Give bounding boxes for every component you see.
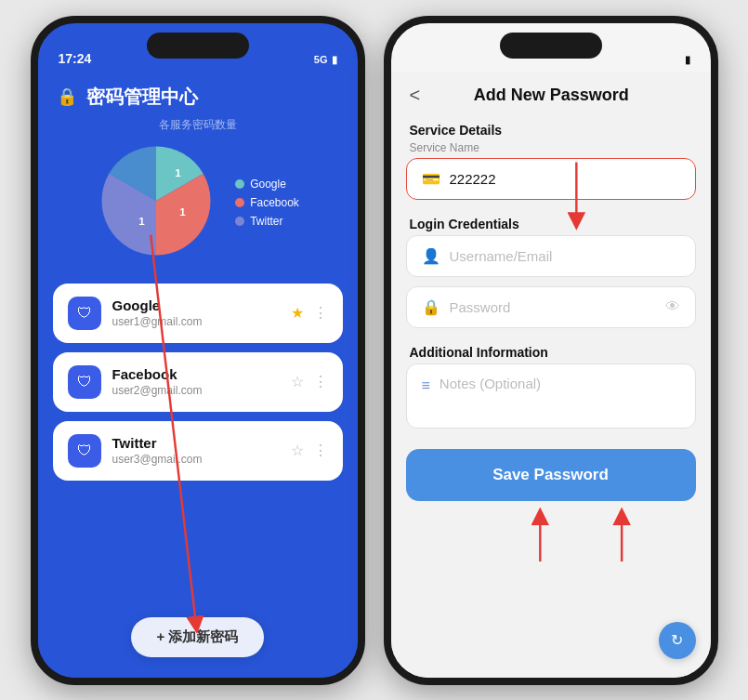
password-placeholder: Password: [450, 299, 656, 315]
more-icon[interactable]: ⋮: [313, 373, 328, 390]
service-icon-google: 🛡: [68, 297, 101, 330]
signal-icon: 5G: [314, 54, 328, 65]
card-email-google: user1@gmail.com: [112, 315, 280, 328]
svg-text:1: 1: [179, 205, 186, 217]
legend-label-twitter: Twitter: [250, 215, 282, 228]
phone-right-content: < Add New Password Service Details Servi…: [391, 72, 711, 678]
notes-placeholder: Notes (Optional): [440, 376, 680, 391]
star-empty-icon[interactable]: ☆: [291, 442, 304, 459]
phone-right: 9:41 ▮ < Add New Password Service Detail…: [384, 16, 718, 685]
form-header: < Add New Password: [391, 72, 711, 115]
card-info-google: Google user1@gmail.com: [112, 297, 280, 328]
card-actions-twitter: ☆ ⋮: [291, 442, 328, 459]
lock-icon: 🔒: [57, 86, 77, 107]
card-email-facebook: user2@gmail.com: [112, 384, 280, 397]
refresh-icon: ↻: [671, 631, 683, 649]
star-filled-icon[interactable]: ★: [291, 304, 304, 322]
legend-google: Google: [235, 178, 299, 191]
svg-text:1: 1: [175, 166, 181, 178]
two-phones-container: 17:24 5G ▮ 🔒 密码管理中心 各服务密码数量: [31, 16, 718, 685]
password-list: 🛡 Google user1@gmail.com ★ ⋮ 🛡 Facebook: [38, 274, 358, 490]
legend-dot-twitter: [235, 217, 244, 226]
form-title: Add New Password: [429, 86, 673, 105]
card-info-facebook: Facebook user2@gmail.com: [112, 366, 280, 397]
battery-icon: ▮: [332, 54, 337, 66]
username-field[interactable]: 👤 Username/Email: [406, 235, 696, 277]
service-icon-twitter: 🛡: [68, 434, 101, 468]
add-button-wrap: + 添加新密码: [131, 617, 265, 657]
list-item[interactable]: 🛡 Google user1@gmail.com ★ ⋮: [53, 284, 343, 343]
notch-left: [147, 33, 249, 59]
status-icons-right: ▮: [685, 54, 690, 66]
card-actions-facebook: ☆ ⋮: [291, 373, 328, 390]
phone-left-content: 🔒 密码管理中心 各服务密码数量: [38, 72, 358, 678]
card-name-twitter: Twitter: [112, 435, 280, 451]
password-field[interactable]: 🔒 Password 👁: [406, 286, 696, 328]
chart-container: 1 1 1 Google Facebook: [57, 140, 339, 265]
more-icon[interactable]: ⋮: [313, 304, 328, 322]
list-item[interactable]: 🛡 Facebook user2@gmail.com ☆ ⋮: [53, 352, 343, 412]
legend-dot-facebook: [235, 198, 244, 207]
service-name-value: 222222: [450, 171, 680, 187]
eye-icon[interactable]: 👁: [665, 298, 680, 315]
status-icons-left: 5G ▮: [314, 54, 337, 66]
card-name-facebook: Facebook: [112, 366, 280, 382]
notch-right: [500, 33, 602, 59]
legend-dot-google: [235, 179, 244, 189]
list-item[interactable]: 🛡 Twitter user3@gmail.com ☆ ⋮: [53, 421, 343, 481]
service-icon-facebook: 🛡: [68, 365, 101, 399]
legend-label-facebook: Facebook: [250, 196, 299, 209]
legend-twitter: Twitter: [235, 215, 299, 228]
star-empty-icon[interactable]: ☆: [291, 373, 304, 390]
save-password-button[interactable]: Save Password: [406, 449, 696, 501]
lock-field-icon: 🔒: [422, 298, 440, 316]
card-info-twitter: Twitter user3@gmail.com: [112, 435, 280, 466]
legend-label-google: Google: [250, 178, 286, 191]
pie-chart: 1 1 1: [96, 140, 217, 265]
notes-field-icon: ≡: [422, 377, 430, 394]
section-label-credentials: Login Credentials: [391, 209, 711, 235]
card-name-google: Google: [112, 297, 280, 313]
card-field-icon: 💳: [422, 170, 440, 188]
sub-label-service-name: Service Name: [391, 141, 711, 158]
notes-field[interactable]: ≡ Notes (Optional): [406, 363, 696, 429]
svg-text:1: 1: [138, 215, 145, 227]
phone-left: 17:24 5G ▮ 🔒 密码管理中心 各服务密码数量: [31, 16, 365, 685]
back-button[interactable]: <: [410, 85, 421, 106]
chart-section: 各服务密码数量: [38, 117, 358, 274]
status-time-left: 17:24: [59, 51, 92, 66]
chart-subtitle: 各服务密码数量: [57, 117, 339, 133]
legend-facebook: Facebook: [235, 196, 299, 209]
app-title: 密码管理中心: [86, 85, 198, 110]
battery-status-icon: ▮: [685, 54, 690, 66]
section-label-additional: Additional Information: [391, 337, 711, 363]
refresh-button[interactable]: ↻: [659, 622, 696, 659]
card-actions-google: ★ ⋮: [291, 304, 328, 322]
add-password-button[interactable]: + 添加新密码: [131, 617, 265, 657]
more-icon[interactable]: ⋮: [313, 442, 328, 459]
user-field-icon: 👤: [422, 247, 440, 265]
card-email-twitter: user3@gmail.com: [112, 453, 280, 466]
username-placeholder: Username/Email: [450, 248, 680, 264]
service-name-field[interactable]: 💳 222222: [406, 158, 696, 200]
chart-legend: Google Facebook Twitter: [235, 178, 299, 228]
app-header: 🔒 密码管理中心: [38, 72, 358, 117]
section-label-service: Service Details: [391, 115, 711, 141]
